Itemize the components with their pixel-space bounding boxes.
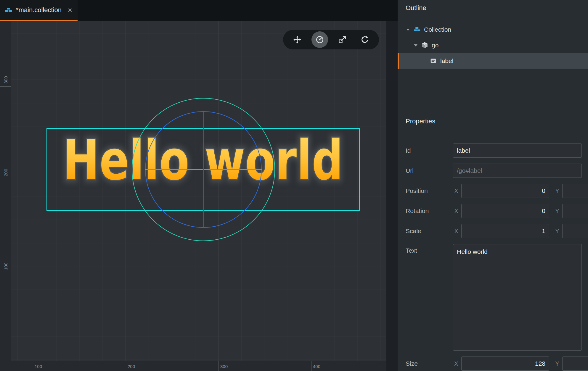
scale-icon — [338, 35, 347, 44]
axis-y-label: Y — [554, 360, 560, 367]
id-row: Id — [406, 143, 582, 158]
position-y-input[interactable] — [562, 184, 588, 198]
url-label: Url — [406, 167, 453, 174]
axis-y-label: Y — [554, 228, 560, 235]
axis-x-label: X — [453, 228, 460, 235]
ruler-label: 200 — [126, 361, 135, 371]
ruler-label: 400 — [311, 361, 320, 371]
scale-row: Scale X Y Z — [406, 224, 582, 238]
text-input[interactable]: Hello world — [453, 244, 582, 351]
game-object-cube-icon — [421, 41, 428, 49]
outline-item-collection[interactable]: Collection — [398, 22, 588, 37]
position-x-input[interactable] — [461, 184, 549, 198]
chevron-down-icon[interactable] — [414, 44, 418, 47]
scale-y-input[interactable] — [562, 224, 588, 238]
tab-bar: *main.collection × — [0, 0, 398, 21]
rotation-x-input[interactable] — [461, 204, 549, 218]
outline-item-go[interactable]: go — [398, 37, 588, 53]
outline-item-label: Collection — [424, 26, 451, 33]
axis-y-label: Y — [554, 208, 560, 214]
size-y-input[interactable] — [562, 357, 588, 371]
axis-x-label: X — [453, 188, 460, 194]
size-x-input[interactable] — [461, 357, 549, 371]
rotation-y-input[interactable] — [562, 204, 588, 218]
properties-list: Id Url Position X Y — [398, 143, 588, 371]
rotation-label: Rotation — [406, 207, 453, 214]
move-tool-button[interactable] — [289, 31, 306, 48]
outline-tree: Collection go — [398, 22, 588, 69]
chevron-down-icon[interactable] — [406, 28, 410, 31]
outline-title: Outline — [406, 4, 588, 12]
collection-icon — [5, 7, 12, 13]
rotate-view-tool-button[interactable] — [356, 31, 373, 48]
canvas-scrollbar-track[interactable] — [386, 21, 398, 371]
properties-title: Properties — [406, 117, 588, 126]
position-label: Position — [406, 187, 453, 194]
ruler-tick — [0, 86, 11, 87]
vertical-ruler: 300 200 100 — [0, 21, 11, 361]
horizontal-ruler: 100 200 300 400 — [0, 361, 386, 371]
move-icon — [293, 35, 302, 44]
scale-tool-button[interactable] — [334, 31, 351, 48]
rotate-tool-button[interactable] — [311, 31, 328, 48]
ruler-label: 300 — [219, 361, 228, 371]
outline-item-label: label — [440, 57, 453, 64]
size-label: Size — [406, 360, 453, 367]
text-label: Text — [406, 244, 453, 254]
right-panel: Outline Collection — [398, 0, 588, 371]
scene-toolbar — [283, 30, 379, 49]
axis-x-label: X — [453, 208, 460, 214]
scene-editor: Hello world Hello world Hello world — [0, 21, 398, 371]
tab-close-icon[interactable]: × — [68, 6, 72, 14]
rotation-row: Rotation X Y Z — [406, 204, 582, 218]
rotate-icon — [315, 35, 324, 44]
id-label: Id — [406, 147, 453, 154]
axis-x-label: X — [453, 360, 460, 367]
properties-panel: Properties Id Url Position — [398, 110, 588, 371]
outline-item-label-selected[interactable]: label — [398, 53, 588, 69]
outline-item-label: go — [432, 42, 438, 49]
collection-icon — [413, 26, 421, 33]
outline-panel: Outline Collection — [398, 0, 588, 110]
size-row: Size X Y Z — [406, 357, 582, 371]
ruler-label: 100 — [3, 262, 8, 271]
url-input[interactable] — [453, 164, 582, 178]
id-input[interactable] — [453, 143, 582, 158]
ruler-label: 200 — [3, 168, 8, 177]
scale-label: Scale — [406, 228, 453, 235]
tab-main-collection[interactable]: *main.collection × — [0, 0, 78, 21]
defold-editor: *main.collection × Hello world Hello wor… — [0, 0, 588, 371]
text-row: Text Hello world — [406, 244, 582, 351]
position-row: Position X Y Z — [406, 184, 582, 198]
ruler-label: 100 — [33, 361, 42, 371]
label-component-icon — [430, 57, 437, 64]
editor-left-region: *main.collection × Hello world Hello wor… — [0, 0, 398, 371]
scale-x-input[interactable] — [461, 224, 549, 238]
ruler-tick — [0, 179, 11, 179]
url-row: Url — [406, 164, 582, 178]
tab-title: *main.collection — [16, 6, 64, 14]
rotate-view-icon — [360, 35, 369, 44]
ruler-tick — [0, 273, 11, 273]
axis-y-label: Y — [554, 188, 560, 194]
transform-manipulator[interactable] — [0, 21, 386, 371]
ruler-label: 300 — [3, 75, 8, 85]
